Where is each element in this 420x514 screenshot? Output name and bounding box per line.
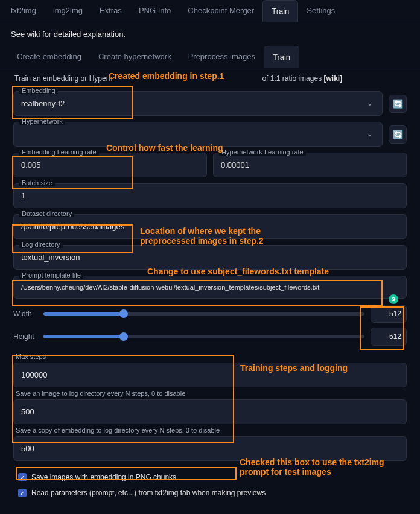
hypernetwork-select[interactable]	[13, 122, 383, 147]
tab-extras[interactable]: Extras	[91, 0, 130, 22]
maxsteps-label: Max steps	[13, 351, 407, 363]
subtab-create-embedding[interactable]: Create embedding	[8, 46, 90, 68]
prompt-template-input[interactable]	[13, 276, 407, 299]
prompt-template-label: Prompt template file	[19, 271, 83, 279]
height-slider[interactable]	[43, 335, 364, 338]
width-value[interactable]: 512	[371, 305, 407, 323]
refresh-embedding-icon[interactable]: 🔄	[389, 95, 407, 113]
tab-img2img[interactable]: img2img	[45, 0, 91, 22]
train-description: Train an embedding or Hypernetwork; you …	[0, 68, 420, 89]
read-params-checkbox-row[interactable]: ✓ Read parameters (prompt, etc...) from …	[13, 485, 407, 501]
height-value[interactable]: 512	[371, 328, 407, 346]
grammarly-icon: G	[389, 294, 398, 304]
width-label: Width	[13, 309, 37, 318]
dataset-label: Dataset directory	[19, 210, 74, 217]
maxsteps-input[interactable]	[13, 363, 407, 387]
checkbox-icon: ✓	[18, 489, 27, 497]
hyper-lr-input[interactable]	[213, 153, 407, 177]
savecopy-input[interactable]	[13, 436, 407, 461]
saveimg-input[interactable]	[13, 399, 407, 424]
logdir-input[interactable]	[13, 245, 407, 270]
emb-lr-input[interactable]	[13, 153, 207, 177]
save-png-label: Save images with embedding in PNG chunks	[31, 473, 176, 481]
dataset-input[interactable]	[13, 214, 407, 239]
tab-pnginfo[interactable]: PNG Info	[130, 0, 179, 22]
sub-tabs: Create embedding Create hypernetwork Pre…	[0, 46, 420, 68]
checkbox-icon: ✓	[18, 473, 27, 481]
hyper-lr-label: Hypernetwork Learning rate	[219, 148, 306, 156]
embedding-select[interactable]: realbenny-t2	[13, 91, 383, 116]
tab-train[interactable]: Train	[262, 0, 298, 22]
subtab-create-hypernetwork[interactable]: Create hypernetwork	[90, 46, 180, 68]
tab-txt2img[interactable]: txt2img	[2, 0, 45, 22]
top-tabs: txt2img img2img Extras PNG Info Checkpoi…	[0, 0, 420, 22]
tab-checkpoint[interactable]: Checkpoint Merger	[179, 0, 262, 22]
embedding-label: Embedding	[19, 87, 58, 94]
emb-lr-label: Embedding Learning rate	[19, 148, 99, 156]
read-params-label: Read parameters (prompt, etc...) from tx…	[31, 489, 266, 497]
logdir-label: Log directory	[19, 241, 63, 248]
subtab-preprocess[interactable]: Preprocess images	[180, 46, 264, 68]
wiki-note: See wiki for detailed explanation.	[0, 22, 420, 43]
savecopy-label: Save a copy of embedding to log director…	[13, 424, 407, 436]
hypernetwork-label: Hypernetwork	[19, 118, 65, 125]
refresh-hypernetwork-icon[interactable]: 🔄	[389, 125, 407, 144]
saveimg-label: Save an image to log directory every N s…	[13, 387, 407, 399]
wiki-link[interactable]: [wiki]	[323, 74, 342, 83]
subtab-train[interactable]: Train	[264, 46, 299, 68]
tab-settings[interactable]: Settings	[298, 0, 343, 22]
width-slider[interactable]	[43, 312, 364, 316]
save-png-checkbox-row[interactable]: ✓ Save images with embedding in PNG chun…	[13, 469, 407, 485]
batch-label: Batch size	[19, 179, 55, 186]
height-label: Height	[13, 332, 37, 341]
batch-input[interactable]	[13, 183, 407, 208]
